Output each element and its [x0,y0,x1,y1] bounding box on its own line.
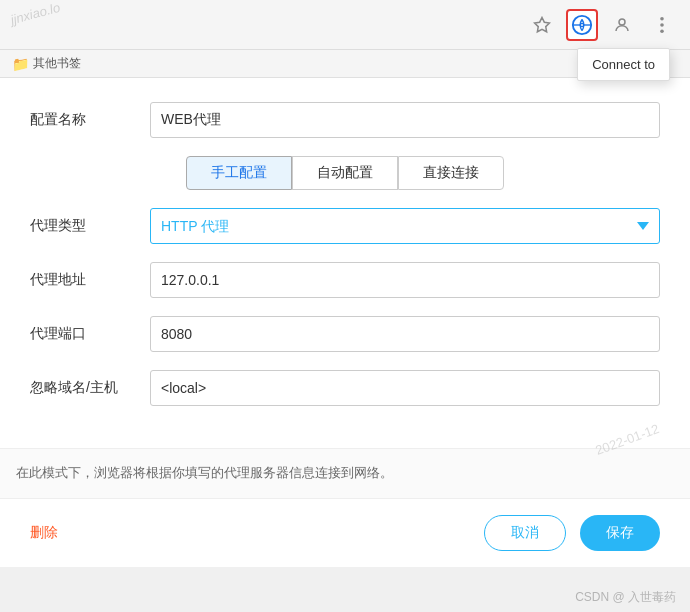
proxy-address-label: 代理地址 [30,271,150,289]
csdn-watermark: CSDN @ 入世毒药 [575,589,676,606]
browser-icon-group [526,9,678,41]
proxy-port-input[interactable] [150,316,660,352]
proxy-port-row: 代理端口 [30,316,660,352]
svg-point-6 [660,16,664,20]
svg-point-8 [660,29,664,33]
browser-toolbar: jjnxiao.lo [0,0,690,50]
tooltip-text: Connect to [592,57,655,72]
tab-auto[interactable]: 自动配置 [292,156,398,190]
proxy-address-row: 代理地址 [30,262,660,298]
action-right-buttons: 取消 保存 [484,515,660,551]
ignore-hosts-input[interactable] [150,370,660,406]
folder-icon: 📁 [12,56,29,72]
proxy-type-select[interactable]: HTTP 代理 HTTPS 代理 SOCKS4 SOCKS5 [150,208,660,244]
ignore-hosts-row: 忽略域名/主机 [30,370,660,406]
user-icon-button[interactable] [606,9,638,41]
action-bar: 删除 取消 保存 [0,498,690,567]
star-icon-button[interactable] [526,9,558,41]
ignore-hosts-label: 忽略域名/主机 [30,379,150,397]
delete-button[interactable]: 删除 [30,524,58,542]
proxy-port-label: 代理端口 [30,325,150,343]
svg-point-4 [581,24,583,26]
menu-button[interactable] [646,9,678,41]
proxy-type-row: 代理类型 HTTP 代理 HTTPS 代理 SOCKS4 SOCKS5 [30,208,660,244]
top-watermark: jjnxiao.lo [9,0,62,27]
config-name-label: 配置名称 [30,111,150,129]
tab-direct[interactable]: 直接连接 [398,156,504,190]
proxy-type-label: 代理类型 [30,217,150,235]
proxy-address-input[interactable] [150,262,660,298]
other-bookmarks[interactable]: 📁 其他书签 [12,55,81,72]
other-bookmarks-label: 其他书签 [33,55,81,72]
info-text: 在此模式下，浏览器将根据你填写的代理服务器信息连接到网络。 [0,448,690,498]
config-tabs: 手工配置 自动配置 直接连接 [30,156,660,190]
svg-point-5 [619,19,625,25]
tab-manual[interactable]: 手工配置 [186,156,292,190]
main-content: 配置名称 手工配置 自动配置 直接连接 代理类型 HTTP 代理 HTTPS 代… [0,78,690,567]
cancel-button[interactable]: 取消 [484,515,566,551]
config-name-input[interactable] [150,102,660,138]
svg-point-7 [660,23,664,27]
proxy-tooltip: Connect to [577,48,670,81]
save-button[interactable]: 保存 [580,515,660,551]
svg-marker-0 [535,17,550,31]
config-name-row: 配置名称 [30,102,660,138]
proxy-connect-button[interactable] [566,9,598,41]
dialog-panel: 配置名称 手工配置 自动配置 直接连接 代理类型 HTTP 代理 HTTPS 代… [0,78,690,444]
